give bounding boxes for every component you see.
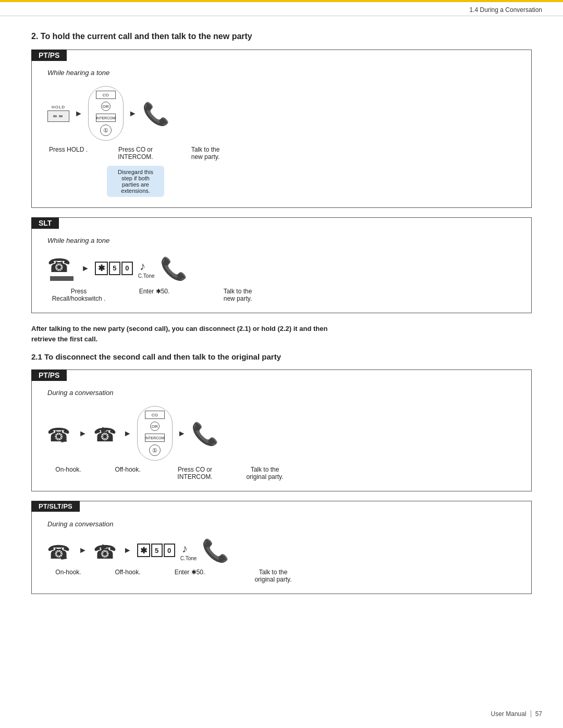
top-accent-bar (0, 0, 563, 2)
ptps-label-s2: PT/PS (31, 50, 67, 61)
svg-text:☎: ☎ (47, 255, 71, 276)
cap-key-slt-s2: Enter ✱50. (131, 288, 178, 295)
slt-flow-s2: ☎ ► ✱ 5 (47, 254, 516, 282)
ptps-note-s21: During a conversation (47, 389, 516, 397)
key-seq-inner-ptsltps: ✱ 5 0 (137, 544, 175, 557)
slt-note-s2: While hearing a tone (47, 237, 516, 244)
talk-icon-item-slt-s2: 📞 (160, 255, 191, 281)
intercom-circle-s21: ① (149, 445, 161, 456)
ptps-box-section2: PT/PS While hearing a tone HOLD (31, 50, 532, 208)
footer-divider (531, 710, 531, 718)
footer-right: 57 (535, 710, 542, 718)
svg-text:📞: 📞 (202, 538, 229, 563)
intercom-label-s21: INTERCOM (145, 434, 165, 442)
ptps-captions-s2: Press HOLD . Press CO or INTERCOM. Disre… (47, 146, 516, 197)
ctone-label-ptsltps: C.Tone (180, 556, 197, 561)
cap-onhook-s21: On-hook. (47, 466, 89, 473)
cap-talk-ptsltps: Talk to the original party. (250, 569, 297, 583)
page-content: 2. To hold the current call and then tal… (0, 16, 563, 635)
arrow2-s21: ► (124, 429, 132, 438)
ctone-item-s2: ♪ C.Tone (138, 257, 155, 279)
svg-text:☎: ☎ (93, 424, 117, 445)
ptps-flow-s21: ☎ ► ☎ ► CO (47, 406, 516, 461)
onhook-icon-s21: ☎ (47, 422, 74, 445)
intercom-label-s2: INTERCOM (96, 114, 116, 122)
ptps-note-s2: While hearing a tone (47, 69, 516, 77)
ptsltps-captions-s21: On-hook. Off-hook. Enter ✱50. Talk to th… (47, 569, 516, 583)
svg-text:☎: ☎ (93, 541, 117, 562)
footer-left: User Manual (491, 710, 527, 718)
slt-captions-s2: Press Recall/hookswitch . Enter ✱50. Tal… (47, 288, 516, 302)
ptps-box-s21: PT/PS During a conversation ☎ ► ☎ (31, 369, 532, 491)
zero-key-ptsltps: 0 (164, 544, 175, 557)
cap-talk-s21: Talk to the original party. (241, 466, 288, 480)
cap-hold-s2: Press HOLD . (47, 146, 89, 153)
hookswitch-icon-item-s2: ☎ (47, 254, 76, 282)
five-key-ptsltps: 5 (151, 544, 163, 557)
ptps-label-s21: PT/PS (31, 369, 67, 381)
ctone-ptsltps-s21: ♪ C.Tone (180, 540, 197, 561)
ptsltps-inner-s21: During a conversation ☎ ► ☎ (32, 501, 531, 594)
header-section-label: 1.4 During a Conversation (470, 6, 542, 14)
callout-bubble-s2: Disregard this step if both parties are … (107, 166, 164, 197)
ctone-icon-s2: ♪ (139, 257, 154, 273)
cap-key-ptsltps: Enter ✱50. (166, 569, 213, 576)
hookswitch-icon-s2: ☎ (47, 254, 76, 282)
arrow2-ptsltps-s21: ► (124, 546, 132, 555)
svg-text:☎: ☎ (47, 424, 70, 445)
header: 1.4 During a Conversation (0, 0, 563, 16)
cap-co-s2: Press CO or INTERCOM. Disregard this ste… (107, 146, 164, 197)
ptps-flow-s2: HOLD ► CO (47, 86, 516, 141)
talk-icon-s2: 📞 (142, 101, 174, 127)
svg-text:📞: 📞 (191, 421, 219, 447)
talk-icon-s21: 📞 (191, 421, 223, 447)
zero-key-s2: 0 (121, 262, 133, 275)
cap-talk-s2: Talk to the new party. (182, 146, 229, 161)
talk-ptsltps-s21: 📞 (202, 537, 233, 563)
cap-offhook-ptsltps: Off-hook. (107, 569, 149, 576)
or-circle-s2: OR (101, 102, 111, 111)
co-box-s2: CO (96, 91, 116, 99)
offhook-icon-s21: ☎ (92, 422, 118, 445)
key-seq-item-s2: ✱ 5 0 (95, 262, 133, 275)
star-key-ptsltps: ✱ (137, 544, 150, 557)
cap-onhook-ptsltps: On-hook. (47, 569, 89, 576)
slt-inner-s2: While hearing a tone ☎ ► (32, 218, 531, 313)
onhook-ptsltps-s21: ☎ (47, 539, 74, 562)
arrow3-s21: ► (178, 429, 186, 438)
hold-btn (47, 110, 69, 122)
ptps-captions-s21: On-hook. Off-hook. Press CO or INTERCOM.… (47, 466, 516, 480)
five-key-s2: 5 (109, 262, 120, 275)
page-footer: User Manual 57 (491, 710, 542, 718)
key-seq-ptsltps-s21: ✱ 5 0 (137, 544, 175, 557)
ptsltps-label-s21: PT/SLT/PS (31, 501, 80, 512)
arrow1-s21: ► (79, 429, 87, 438)
slt-box-s2: SLT While hearing a tone ☎ ► (31, 217, 532, 313)
arrow2-s2: ► (129, 109, 137, 118)
svg-rect-0 (53, 115, 57, 117)
intercom-circle-s2: ① (100, 125, 112, 136)
hold-label: HOLD (52, 105, 65, 109)
cap-talk-slt-s2: Talk to the new party. (214, 288, 261, 302)
svg-rect-5 (50, 277, 74, 281)
offhook-ptsltps-s21: ☎ (92, 539, 118, 562)
svg-text:♪: ♪ (140, 260, 145, 273)
co-intercom-s21: CO OR INTERCOM ① (137, 406, 173, 461)
talk-icon-item-s2: 📞 (142, 101, 174, 127)
ctone-label-s2: C.Tone (138, 273, 155, 279)
hold-icon-item: HOLD (47, 105, 69, 122)
talk-icon-slt-s2: 📞 (160, 255, 191, 281)
section2-title: 2. To hold the current call and then tal… (31, 32, 532, 41)
co-box-s21: CO (145, 411, 165, 419)
ptsltps-box-s21: PT/SLT/PS During a conversation ☎ ► ☎ (31, 501, 532, 594)
svg-text:♪: ♪ (182, 542, 188, 555)
star-key-s2: ✱ (95, 262, 108, 275)
section21-title: 2.1 To disconnect the second call and th… (31, 352, 532, 361)
onhook-item-s21: ☎ (47, 422, 74, 445)
svg-text:📞: 📞 (160, 256, 188, 281)
arrow1-ptsltps-s21: ► (79, 546, 87, 555)
arrow1-s2: ► (75, 109, 83, 118)
arrow1-slt-s2: ► (81, 264, 90, 273)
cap-co-s21: Press CO or INTERCOM. (166, 466, 224, 480)
co-intercom-item-s2: CO OR INTERCOM ① (88, 86, 124, 141)
